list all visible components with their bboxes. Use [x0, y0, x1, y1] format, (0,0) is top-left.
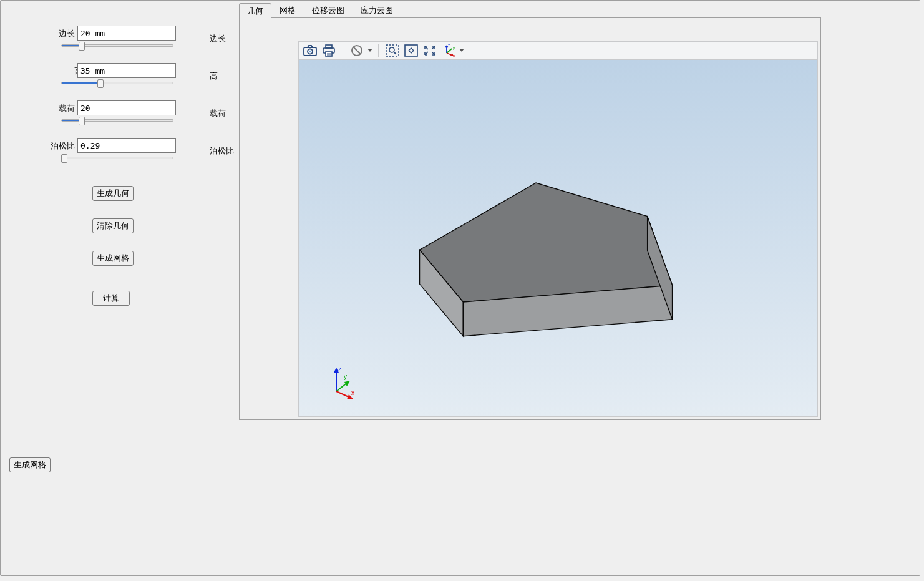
axis-z-label: z: [338, 366, 341, 373]
label-load: 载荷: [50, 103, 75, 114]
svg-line-12: [394, 52, 396, 54]
svg-marker-20: [420, 183, 673, 302]
expand-arrows-icon[interactable]: [421, 42, 439, 59]
slider-edge[interactable]: [61, 44, 173, 47]
param-row-load: 载荷 载荷: [10, 100, 228, 138]
viewport-toolbar: y z x: [298, 41, 818, 60]
zoom-box-icon[interactable]: [384, 42, 401, 59]
slider-load[interactable]: [61, 119, 173, 122]
label-height-right: 高: [210, 71, 241, 82]
app-window: 几何 网格 位移云图 应力云图 边长 边长 高 高 载荷: [0, 0, 920, 576]
input-edge[interactable]: [77, 26, 176, 41]
svg-point-2: [309, 51, 311, 52]
svg-text:y: y: [453, 46, 455, 50]
toolbar-separator: [343, 44, 343, 57]
button-column: 生成几何 清除几何 生成网格 计算: [92, 186, 142, 323]
tab-mesh[interactable]: 网格: [271, 2, 304, 18]
toolbar-separator: [378, 44, 379, 57]
label-edge-right: 边长: [210, 33, 241, 44]
label-load-right: 载荷: [210, 108, 241, 119]
parameter-panel: 边长 边长 高 高 载荷 载荷: [10, 26, 228, 175]
dropdown-icon[interactable]: [459, 49, 465, 52]
tab-stress[interactable]: 应力云图: [353, 2, 401, 18]
axes-icon[interactable]: y z x: [440, 42, 457, 59]
param-row-height: 高 高: [10, 63, 228, 100]
geometry-render: [299, 60, 817, 416]
svg-text:x: x: [453, 54, 455, 57]
svg-rect-10: [386, 45, 399, 56]
svg-rect-4: [326, 45, 332, 48]
axis-y-label: y: [344, 373, 347, 380]
svg-line-9: [354, 47, 361, 54]
param-row-poisson: 泊松比 泊松比: [10, 138, 228, 175]
svg-text:z: z: [448, 44, 450, 47]
svg-marker-27: [344, 381, 350, 386]
axis-x-label: x: [351, 389, 354, 396]
svg-point-11: [389, 47, 394, 52]
label-poisson: 泊松比: [50, 140, 75, 152]
slider-poisson[interactable]: [61, 157, 173, 159]
label-edge: 边长: [50, 28, 75, 39]
generate-mesh-button[interactable]: 生成网格: [92, 251, 134, 266]
clear-geometry-button[interactable]: 清除几何: [92, 218, 134, 233]
camera-icon[interactable]: [301, 42, 319, 59]
generate-mesh-button-bottom[interactable]: 生成网格: [9, 457, 51, 472]
tab-displacement[interactable]: 位移云图: [304, 2, 353, 18]
slider-height[interactable]: [61, 82, 173, 84]
svg-rect-13: [405, 45, 417, 56]
axis-legend: z y x: [323, 365, 360, 403]
print-icon[interactable]: [320, 42, 338, 59]
tab-bar: 几何 网格 位移云图 应力云图: [239, 4, 821, 18]
input-load[interactable]: [77, 100, 176, 115]
input-poisson[interactable]: [77, 138, 176, 153]
param-row-edge: 边长 边长: [10, 26, 228, 63]
generate-geometry-button[interactable]: 生成几何: [92, 186, 134, 201]
input-height[interactable]: [77, 63, 176, 78]
viewport-3d[interactable]: z y x: [298, 60, 818, 417]
compute-button[interactable]: 计算: [92, 291, 130, 306]
dropdown-icon[interactable]: [367, 49, 373, 52]
no-entry-icon[interactable]: [348, 42, 366, 59]
fit-view-icon[interactable]: [402, 42, 420, 59]
viewport-frame: y z x: [239, 17, 821, 420]
tab-geometry[interactable]: 几何: [239, 3, 271, 19]
svg-line-16: [447, 49, 452, 53]
label-poisson-right: 泊松比: [210, 145, 241, 157]
